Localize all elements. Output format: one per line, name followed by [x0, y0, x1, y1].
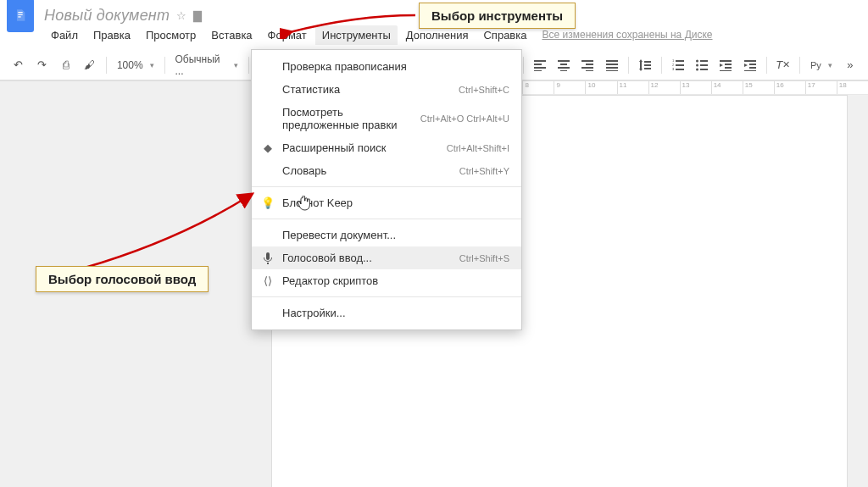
folder-icon[interactable]: ▇: [193, 9, 202, 22]
menu-view[interactable]: Просмотр: [139, 25, 203, 45]
explore-icon: ◆: [260, 141, 275, 154]
star-icon[interactable]: ☆: [176, 9, 186, 22]
menu-spellcheck[interactable]: Проверка правописания: [252, 55, 521, 78]
annotation-voice-callout: Выбор голосовой ввод: [36, 266, 209, 292]
menu-keep[interactable]: 💡 Блокнот Keep: [252, 191, 521, 214]
zoom-select[interactable]: 100%: [112, 53, 159, 77]
annotation-tools-callout: Выбор инструменты: [419, 3, 576, 29]
tools-dropdown: Проверка правописания Статистика Ctrl+Sh…: [251, 49, 522, 330]
print-icon[interactable]: ⎙: [54, 53, 76, 77]
redo-icon[interactable]: ↷: [31, 53, 53, 77]
svg-rect-0: [18, 12, 22, 13]
clear-format-icon[interactable]: T✕: [772, 53, 794, 77]
svg-rect-1: [18, 14, 22, 15]
document-title[interactable]: Новый документ: [44, 7, 170, 25]
menu-suggested-edits[interactable]: Посмотреть предложенные правки Ctrl+Alt+…: [252, 101, 521, 136]
more-icon[interactable]: »: [839, 53, 861, 77]
menu-advanced-search[interactable]: ◆ Расширенный поиск Ctrl+Alt+Shift+I: [252, 136, 521, 159]
svg-rect-2: [18, 16, 20, 17]
menu-file[interactable]: Файл: [44, 25, 85, 45]
undo-icon[interactable]: ↶: [7, 53, 29, 77]
menu-stats[interactable]: Статистика Ctrl+Shift+C: [252, 78, 521, 101]
indent-icon[interactable]: [739, 53, 761, 77]
numbered-list-icon[interactable]: 123: [667, 53, 689, 77]
menu-insert[interactable]: Вставка: [204, 25, 259, 45]
line-spacing-icon[interactable]: [634, 53, 656, 77]
menu-dictionary[interactable]: Словарь Ctrl+Shift+Y: [252, 159, 521, 182]
paint-format-icon[interactable]: 🖌: [79, 53, 101, 77]
menu-format[interactable]: Формат: [261, 25, 314, 45]
svg-text:3: 3: [672, 67, 675, 71]
script-icon: ⟨⟩: [260, 274, 275, 287]
input-tools[interactable]: Ру: [805, 53, 837, 77]
menu-edit[interactable]: Правка: [86, 25, 137, 45]
svg-point-7: [696, 64, 698, 66]
mic-icon: [260, 252, 275, 264]
outdent-icon[interactable]: [715, 53, 737, 77]
menu-script-editor[interactable]: ⟨⟩ Редактор скриптов: [252, 269, 521, 292]
svg-point-8: [696, 68, 698, 70]
svg-point-6: [696, 59, 698, 62]
menu-settings[interactable]: Настройки...: [252, 302, 521, 324]
align-justify-icon[interactable]: [600, 53, 622, 77]
paragraph-style-select[interactable]: Обычный ...: [170, 53, 243, 77]
bullet-list-icon[interactable]: [691, 53, 713, 77]
align-right-icon[interactable]: [576, 53, 598, 77]
align-left-icon[interactable]: [529, 53, 551, 77]
menu-voice-input[interactable]: Голосовой ввод... Ctrl+Shift+S: [252, 246, 521, 269]
menu-translate[interactable]: Перевести документ...: [252, 224, 521, 246]
align-center-icon[interactable]: [553, 53, 575, 77]
keep-icon: 💡: [260, 196, 275, 209]
docs-logo-icon[interactable]: [7, 0, 34, 32]
menu-tools[interactable]: Инструменты: [315, 25, 398, 45]
